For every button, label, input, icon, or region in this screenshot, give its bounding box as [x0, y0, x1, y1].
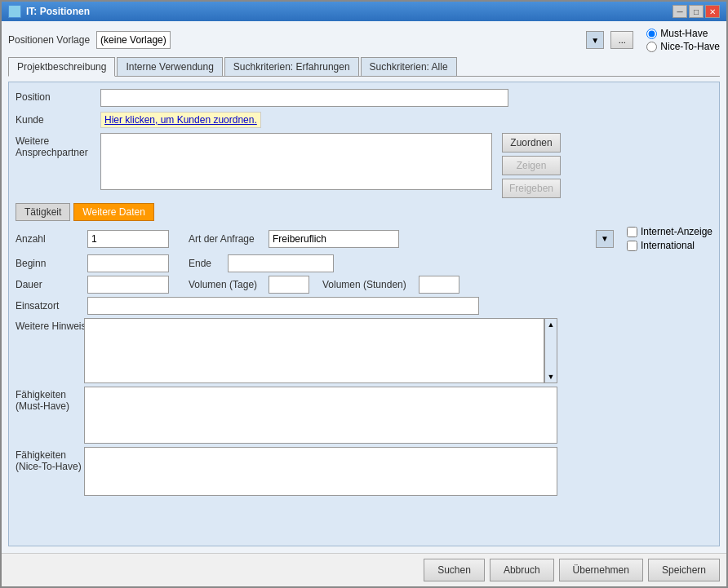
browse-button[interactable]: ... [610, 31, 633, 49]
bottom-buttons: Suchen Abbruch Übernehmen Speichern [2, 553, 726, 586]
title-bar: IT: Positionen ─ □ ✕ [2, 2, 726, 21]
weitere-hinweise-label: Weitere Hinweise [16, 318, 81, 332]
weitere-row: WeitereAnsprechpartner Zuordnen Zeigen F… [16, 133, 712, 198]
weitere-label: WeitereAnsprechpartner [16, 133, 97, 158]
volumen-tage-input[interactable] [269, 276, 309, 294]
scroll-up-arrow[interactable]: ▲ [546, 319, 557, 330]
weitere-daten-panel: Anzahl Art der Anfrage Freiberuflich Fes… [16, 226, 712, 496]
kunde-row: Kunde Hier klicken, um Kunden zuordnen. [16, 112, 712, 128]
template-select-wrapper: (keine Vorlage) ▼ [96, 31, 604, 49]
art-label: Art der Anfrage [189, 233, 262, 245]
speichern-button[interactable]: Speichern [648, 559, 720, 581]
app-icon [8, 5, 21, 18]
ende-label: Ende [189, 258, 221, 269]
title-bar-left: IT: Positionen [8, 5, 90, 18]
volumen-stunden-input[interactable] [419, 276, 459, 294]
checkbox-group: Internet-Anzeige International [627, 226, 712, 251]
faehigkeiten-nicetohave-label: Fähigkeiten(Nice-To-Have) [16, 447, 81, 472]
international-item: International [627, 240, 712, 251]
zuordnen-button[interactable]: Zuordnen [502, 133, 561, 153]
template-select[interactable]: (keine Vorlage) [96, 31, 171, 49]
ende-input[interactable] [228, 254, 334, 272]
radio-nice-to-have[interactable] [646, 42, 657, 52]
international-label: International [641, 240, 695, 251]
uebernehmen-button[interactable]: Übernehmen [559, 559, 643, 581]
template-label: Positionen Vorlage [8, 34, 90, 46]
radio-nice-to-have-item: Nice-To-Have [646, 41, 720, 52]
radio-must-have-label: Must-Have [660, 28, 708, 39]
internet-anzeige-item: Internet-Anzeige [627, 226, 712, 237]
toolbar-row: Positionen Vorlage (keine Vorlage) ▼ ...… [8, 28, 720, 52]
volumen-tage-label: Volumen (Tage) [189, 279, 262, 290]
dauer-label: Dauer [16, 279, 81, 290]
window-title: IT: Positionen [26, 6, 90, 17]
einsatzort-label: Einsatzort [16, 300, 81, 312]
dauer-input[interactable] [87, 276, 169, 294]
hinweise-scrollbar[interactable]: ▲ ▼ [544, 318, 557, 383]
internet-anzeige-checkbox[interactable] [627, 227, 637, 237]
beginn-label: Beginn [16, 258, 81, 269]
weitere-hinweise-textarea[interactable] [84, 318, 544, 383]
faehigkeiten-musthave-textarea[interactable] [84, 387, 557, 444]
radio-nice-to-have-label: Nice-To-Have [660, 41, 720, 52]
position-label: Position [16, 89, 97, 103]
kunde-link[interactable]: Hier klicken, um Kunden zuordnen. [100, 112, 261, 128]
kunde-label: Kunde [16, 112, 97, 126]
inner-tabs: Tätigkeit Weitere Daten [16, 203, 712, 221]
position-row: Position [16, 89, 712, 107]
freigeben-button[interactable]: Freigeben [502, 179, 561, 198]
zeigen-button[interactable]: Zeigen [502, 156, 561, 175]
suchen-button[interactable]: Suchen [424, 559, 485, 581]
main-window: IT: Positionen ─ □ ✕ Positionen Vorlage … [0, 0, 728, 588]
faehigkeiten-nicetohave-textarea[interactable] [84, 447, 557, 496]
tab-suchkriterien-alle[interactable]: Suchkriterien: Alle [361, 57, 457, 76]
beginn-input[interactable] [87, 254, 169, 272]
tab-bar: Projektbeschreibung Interne Verwendung S… [8, 57, 720, 77]
maximize-button[interactable]: □ [689, 5, 704, 18]
anzahl-label: Anzahl [16, 233, 81, 245]
tab-weitere-daten[interactable]: Weitere Daten [73, 203, 153, 221]
tab-interne-verwendung[interactable]: Interne Verwendung [117, 57, 222, 76]
close-button[interactable]: ✕ [705, 5, 720, 18]
internet-anzeige-label: Internet-Anzeige [641, 226, 712, 237]
title-bar-buttons: ─ □ ✕ [673, 5, 720, 18]
radio-must-have[interactable] [646, 29, 657, 39]
template-select-arrow[interactable]: ▼ [586, 31, 604, 49]
faehigkeiten-musthave-label: Fähigkeiten(Must-Have) [16, 387, 81, 412]
art-select-arrow[interactable]: ▼ [596, 230, 614, 248]
main-panel: Position Kunde Hier klicken, um Kunden z… [8, 82, 720, 546]
volumen-stunden-label: Volumen (Stunden) [322, 279, 412, 290]
art-select[interactable]: Freiberuflich Festanstellung Praktikum [269, 230, 399, 248]
position-input[interactable] [100, 89, 508, 107]
abbruch-button[interactable]: Abbruch [490, 559, 554, 581]
tab-suchkriterien-erfahrungen[interactable]: Suchkriterien: Erfahrungen [224, 57, 359, 76]
scroll-down-arrow[interactable]: ▼ [546, 371, 557, 382]
radio-must-have-item: Must-Have [646, 28, 720, 39]
minimize-button[interactable]: ─ [673, 5, 687, 18]
international-checkbox[interactable] [627, 241, 637, 251]
radio-group: Must-Have Nice-To-Have [646, 28, 720, 52]
weitere-textarea[interactable] [100, 133, 492, 190]
tab-projektbeschreibung[interactable]: Projektbeschreibung [8, 57, 115, 77]
tab-taetigkeit[interactable]: Tätigkeit [16, 203, 70, 221]
einsatzort-input[interactable] [87, 297, 479, 315]
anzahl-input[interactable] [87, 230, 169, 248]
action-buttons: Zuordnen Zeigen Freigeben [502, 133, 561, 198]
content-area: Positionen Vorlage (keine Vorlage) ▼ ...… [2, 21, 726, 553]
